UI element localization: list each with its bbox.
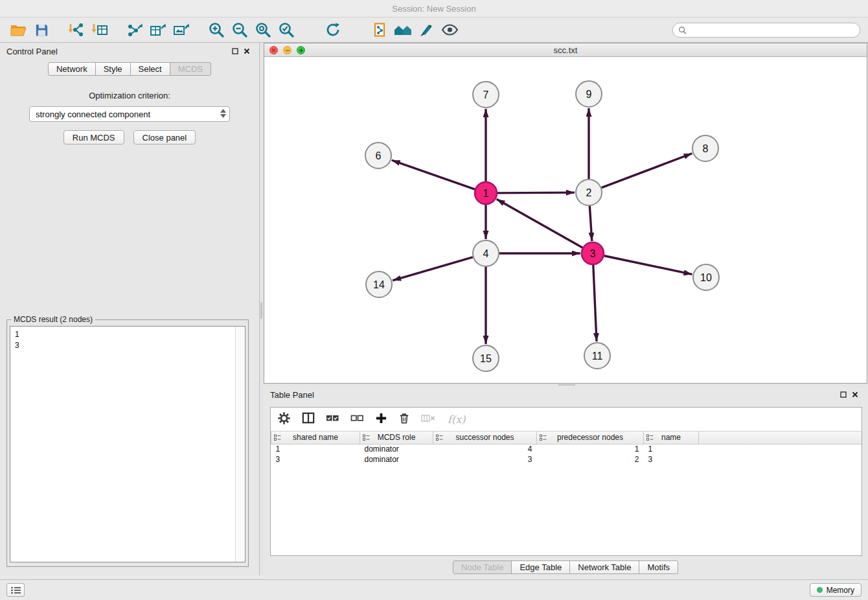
control-tab-mcds[interactable]: MCDS — [170, 62, 211, 76]
node-2[interactable]: 2 — [576, 179, 602, 205]
float-panel-icon[interactable] — [229, 46, 241, 56]
columns-icon — [302, 411, 315, 424]
zoom-fit-button[interactable] — [251, 19, 275, 40]
table-tab-edge-table[interactable]: Edge Table — [511, 560, 570, 574]
delete-row-button[interactable] — [398, 411, 410, 427]
edge-3-10[interactable] — [604, 256, 692, 275]
node-10[interactable]: 10 — [693, 264, 719, 290]
node-11[interactable]: 11 — [584, 343, 610, 369]
node-table: shared nameMCDS rolesuccessor nodesprede… — [271, 432, 862, 465]
open-session-button[interactable] — [6, 19, 30, 40]
memory-button[interactable]: Memory — [810, 583, 862, 597]
node-label: 6 — [376, 150, 382, 161]
cell-predecessor-nodes: 1 — [537, 444, 644, 454]
search-input[interactable] — [690, 26, 854, 35]
edge-3-11[interactable] — [593, 265, 597, 341]
list-icon — [11, 586, 21, 594]
table-body: 1dominator4113dominator323 — [271, 444, 862, 465]
node-9[interactable]: 9 — [576, 81, 602, 107]
float-table-panel-icon[interactable] — [838, 389, 849, 400]
import-table-button[interactable] — [88, 19, 111, 40]
zoom-selected-button[interactable] — [275, 19, 298, 40]
table-row[interactable]: 3dominator323 — [271, 454, 862, 465]
close-table-panel-icon[interactable] — [849, 389, 861, 400]
plus-icon — [375, 412, 387, 424]
table-tab-motifs[interactable]: Motifs — [639, 560, 678, 574]
result-scrollbar[interactable] — [235, 327, 245, 562]
node-label: 9 — [586, 89, 592, 100]
zoom-window-icon[interactable] — [297, 46, 305, 54]
run-mcds-button[interactable]: Run MCDS — [63, 130, 124, 144]
control-tab-style[interactable]: Style — [95, 62, 131, 76]
table-toolbar: f(x) — [271, 408, 862, 432]
zoom-out-button[interactable] — [228, 19, 251, 40]
control-tab-network[interactable]: Network — [48, 62, 96, 76]
cell-shared-name: 1 — [271, 444, 360, 454]
node-1[interactable]: 1 — [475, 182, 497, 204]
trash-icon — [398, 411, 410, 424]
column-header-MCDS-role[interactable]: MCDS role — [360, 432, 433, 444]
node-15[interactable]: 15 — [473, 345, 499, 371]
edge-1-6[interactable] — [392, 160, 475, 189]
column-header-name[interactable]: name — [644, 432, 699, 444]
table-row[interactable]: 1dominator411 — [271, 444, 862, 454]
export-network-button[interactable] — [123, 19, 146, 40]
table-tab-network-table[interactable]: Network Table — [569, 560, 639, 574]
node-4[interactable]: 4 — [473, 240, 499, 266]
close-window-icon[interactable] — [269, 46, 278, 54]
close-panel-icon[interactable] — [241, 46, 253, 56]
zoom-out-icon — [231, 21, 248, 38]
column-header-successor-nodes[interactable]: successor nodes — [433, 432, 537, 444]
duplicate-network-button[interactable] — [368, 19, 391, 40]
import-network-button[interactable] — [65, 19, 88, 40]
toolbar-search[interactable] — [672, 23, 860, 38]
mcds-result-box: 1 3 — [10, 326, 246, 562]
edge-3-1[interactable] — [497, 199, 583, 248]
sort-icon — [540, 434, 547, 441]
column-header-predecessor-nodes[interactable]: predecessor nodes — [537, 432, 644, 444]
toggle-visibility-button[interactable] — [438, 19, 461, 40]
table-settings-button[interactable] — [277, 411, 291, 428]
select-all-button[interactable] — [326, 413, 339, 426]
edge-2-8[interactable] — [602, 154, 692, 188]
zoom-in-icon — [208, 21, 225, 38]
node-table-container: f(x) shared nameMCDS rolesuccessor nodes… — [270, 407, 862, 556]
node-7[interactable]: 7 — [473, 82, 499, 108]
function-builder-button[interactable]: f(x) — [448, 413, 465, 426]
node-label: 7 — [483, 89, 489, 100]
duplicate-network-icon — [372, 22, 387, 38]
task-history-button[interactable] — [6, 583, 25, 597]
control-tab-select[interactable]: Select — [130, 62, 170, 76]
edge-2-3[interactable] — [589, 206, 591, 241]
edge-1-2[interactable] — [497, 192, 575, 193]
zoom-in-button[interactable] — [205, 19, 228, 40]
edge-4-14[interactable] — [393, 257, 473, 281]
network-canvas[interactable]: 7968124314101511 — [264, 57, 867, 383]
delete-column-button[interactable] — [421, 413, 437, 426]
minimize-window-icon[interactable] — [283, 46, 291, 54]
optimization-criterion-select[interactable]: strongly connected component — [29, 106, 230, 122]
style-brush-icon — [418, 22, 434, 38]
node-14[interactable]: 14 — [366, 271, 392, 297]
table-tab-node-table[interactable]: Node Table — [453, 560, 512, 574]
node-3[interactable]: 3 — [582, 242, 604, 264]
mcds-result-title: MCDS result (2 nodes) — [11, 315, 95, 324]
sort-icon — [274, 434, 281, 441]
window-titlebar: Session: New Session — [0, 0, 868, 17]
deselect-all-button[interactable] — [350, 413, 364, 426]
close-panel-button[interactable]: Close panel — [133, 130, 196, 144]
add-row-button[interactable] — [375, 412, 387, 427]
node-8[interactable]: 8 — [692, 135, 718, 161]
export-image-button[interactable] — [170, 19, 193, 40]
zoom-selected-icon — [278, 21, 295, 38]
style-button[interactable] — [415, 19, 438, 40]
column-header-shared-name[interactable]: shared name — [271, 432, 360, 444]
refresh-icon — [325, 22, 341, 38]
home-button[interactable] — [391, 19, 415, 40]
apply-layout-button[interactable] — [321, 19, 345, 40]
export-table-button[interactable] — [146, 19, 170, 40]
cell-successor-nodes: 4 — [433, 444, 537, 454]
show-columns-button[interactable] — [302, 411, 315, 427]
save-session-button[interactable] — [30, 19, 53, 40]
node-6[interactable]: 6 — [365, 143, 391, 168]
